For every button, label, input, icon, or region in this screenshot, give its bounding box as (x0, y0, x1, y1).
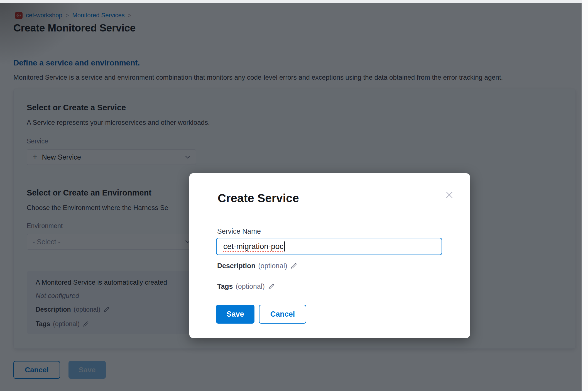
service-name-value: cet-migration-poc (223, 242, 283, 251)
modal-cancel-button[interactable]: Cancel (259, 305, 306, 324)
tags-label: Tags (217, 282, 233, 290)
modal-tags-row: Tags (optional) (217, 282, 275, 290)
modal-description-row: Description (optional) (217, 262, 297, 270)
optional-label: (optional) (236, 282, 265, 290)
window-right-strip (582, 0, 588, 391)
create-service-modal: Create Service Service Name cet-migratio… (189, 173, 470, 338)
service-name-input[interactable]: cet-migration-poc (216, 238, 442, 255)
window-top-strip (0, 0, 588, 3)
optional-label: (optional) (258, 262, 287, 270)
screen: cet-workshop > Monitored Services > Crea… (0, 0, 588, 391)
service-name-label: Service Name (217, 227, 261, 235)
modal-save-button[interactable]: Save (216, 305, 254, 324)
text-caret (284, 241, 285, 251)
edit-tags-pencil-icon[interactable] (268, 283, 275, 290)
close-icon[interactable] (444, 189, 455, 201)
edit-description-pencil-icon[interactable] (290, 262, 297, 270)
modal-title: Create Service (218, 192, 299, 205)
description-label: Description (217, 262, 256, 270)
